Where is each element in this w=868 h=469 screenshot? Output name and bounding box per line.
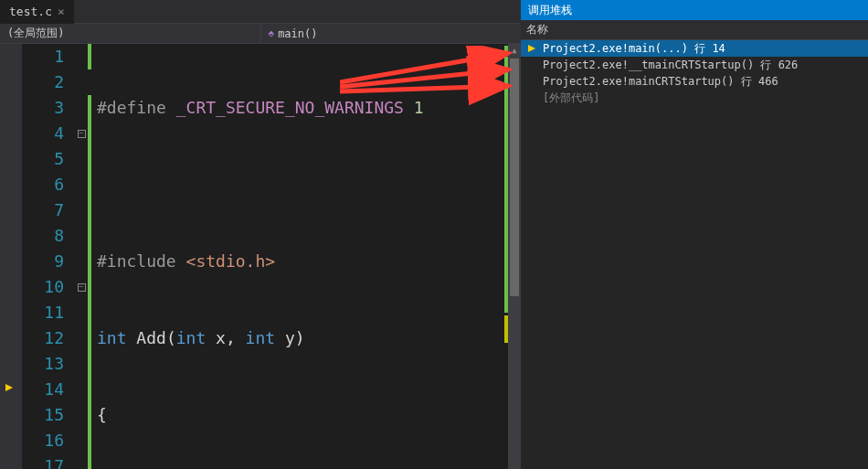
fold-icon[interactable]: −: [78, 130, 86, 138]
overview-change-mark: [504, 46, 508, 51]
tab-label: test.c: [9, 5, 52, 18]
current-frame-icon: [526, 45, 537, 52]
editor-pane: test.c × (全局范围) ⬘ main() 1 2 3 4 5 6 7 8…: [0, 0, 521, 469]
panel-title[interactable]: 调用堆栈: [521, 0, 868, 20]
callstack-row[interactable]: Project2.exe!mainCRTStartup() 行 466: [521, 73, 868, 90]
file-tab[interactable]: test.c ×: [0, 0, 74, 24]
scrollbar-thumb[interactable]: [510, 59, 519, 296]
frame-label: Project2.exe!main(...) 行 14: [543, 41, 725, 57]
scope-dropdown-right[interactable]: ⬘ main(): [261, 24, 522, 43]
frame-label: [外部代码]: [543, 91, 599, 106]
tab-bar: test.c ×: [0, 0, 521, 24]
frame-label: Project2.exe!__tmainCRTStartup() 行 626: [543, 58, 798, 73]
callstack-row-external[interactable]: [外部代码]: [521, 90, 868, 106]
code-text[interactable]: #define _CRT_SECURE_NO_WARNINGS 1 #inclu…: [91, 44, 521, 469]
fold-icon[interactable]: −: [78, 283, 86, 292]
code-area[interactable]: 1 2 3 4 5 6 7 8 9 10 11 12 13 14 15 16 1…: [0, 44, 521, 469]
frame-label: Project2.exe!mainCRTStartup() 行 466: [543, 74, 778, 90]
fold-margin[interactable]: − −: [75, 44, 88, 469]
scope-bar: (全局范围) ⬘ main(): [0, 24, 521, 44]
breakpoint-margin[interactable]: [0, 44, 22, 469]
scope-left-label: (全局范围): [7, 26, 64, 41]
overview-change-mark: [504, 57, 508, 313]
overview-mark: [504, 315, 508, 343]
scroll-up-icon[interactable]: ▲: [508, 44, 521, 57]
scope-dropdown-left[interactable]: (全局范围): [0, 24, 261, 43]
execution-pointer-icon: [5, 384, 13, 391]
column-header-name[interactable]: 名称: [521, 20, 868, 40]
vertical-scrollbar[interactable]: ▲: [508, 44, 521, 469]
close-icon[interactable]: ×: [58, 5, 65, 18]
line-number-gutter: 1 2 3 4 5 6 7 8 9 10 11 12 13 14 15 16 1…: [22, 44, 75, 469]
scope-right-label: main(): [278, 27, 317, 40]
method-icon: ⬘: [269, 27, 275, 39]
callstack-row[interactable]: Project2.exe!main(...) 行 14: [521, 40, 868, 57]
callstack-row[interactable]: Project2.exe!__tmainCRTStartup() 行 626: [521, 57, 868, 73]
callstack-panel: 调用堆栈 名称 Project2.exe!main(...) 行 14 Proj…: [521, 0, 868, 469]
